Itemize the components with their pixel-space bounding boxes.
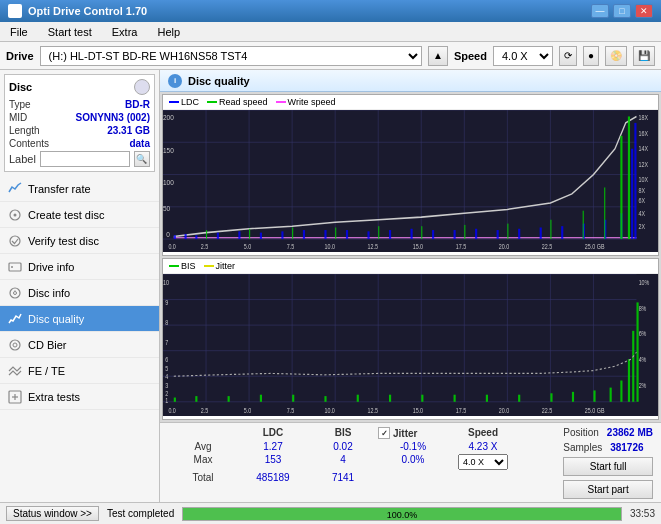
- start-part-button[interactable]: Start part: [563, 480, 653, 499]
- svg-rect-111: [228, 396, 230, 402]
- disc-contents-label: Contents: [9, 138, 49, 149]
- stats-header-row: LDC BIS ✓ Jitter Speed: [168, 427, 551, 439]
- svg-rect-115: [357, 395, 359, 402]
- sidebar-item-cd-bier[interactable]: CD Bier: [0, 332, 159, 358]
- svg-text:16X: 16X: [639, 130, 649, 137]
- sidebar-item-verify-test-disc[interactable]: Verify test disc: [0, 228, 159, 254]
- create-test-disc-icon: [8, 208, 22, 222]
- stats-right: Position 23862 MB Samples 381726 Start f…: [563, 427, 653, 499]
- stats-max-label: Max: [168, 454, 238, 470]
- disc-contents-value: data: [129, 138, 150, 149]
- chart-top: LDC Read speed Write speed: [162, 94, 659, 256]
- sidebar-item-disc-info[interactable]: Disc info: [0, 280, 159, 306]
- nav-label-fe-te: FE / TE: [28, 365, 65, 377]
- disc-contents-row: Contents data: [9, 138, 150, 149]
- drive-save-btn[interactable]: 💾: [633, 46, 655, 66]
- status-window-button[interactable]: Status window >>: [6, 506, 99, 521]
- menu-extra[interactable]: Extra: [106, 25, 144, 39]
- legend-bis-label: BIS: [181, 261, 196, 271]
- sidebar-item-drive-info[interactable]: Drive info: [0, 254, 159, 280]
- drive-action-btn1[interactable]: ⟳: [559, 46, 577, 66]
- svg-text:150: 150: [163, 146, 174, 155]
- speed-select[interactable]: 4.0 X: [493, 46, 553, 66]
- svg-rect-118: [454, 395, 456, 402]
- svg-text:6X: 6X: [639, 198, 646, 205]
- menu-help[interactable]: Help: [151, 25, 186, 39]
- legend-jitter-label: Jitter: [216, 261, 236, 271]
- svg-rect-112: [260, 395, 262, 402]
- svg-point-1: [14, 213, 17, 216]
- svg-rect-36: [303, 230, 305, 239]
- cd-bier-icon: [8, 338, 22, 352]
- svg-text:5.0: 5.0: [244, 244, 252, 251]
- disc-label-input[interactable]: [40, 151, 130, 167]
- svg-point-8: [10, 340, 20, 350]
- start-full-button[interactable]: Start full: [563, 457, 653, 476]
- svg-point-6: [14, 291, 17, 294]
- svg-rect-56: [292, 227, 293, 239]
- svg-rect-40: [389, 230, 391, 239]
- svg-text:7: 7: [165, 338, 168, 346]
- jitter-label: Jitter: [393, 428, 417, 439]
- drive-action-btn3[interactable]: 📀: [605, 46, 627, 66]
- svg-text:4: 4: [165, 372, 168, 380]
- nav-label-extra-tests: Extra tests: [28, 391, 80, 403]
- stats-max-jitter: 0.0%: [378, 454, 448, 470]
- legend-write-speed-label: Write speed: [288, 97, 336, 107]
- svg-point-2: [10, 236, 20, 246]
- svg-rect-37: [324, 230, 326, 239]
- legend-ldc-label: LDC: [181, 97, 199, 107]
- menu-start-test[interactable]: Start test: [42, 25, 98, 39]
- svg-text:20.0: 20.0: [499, 406, 510, 414]
- svg-text:20.0: 20.0: [499, 244, 510, 251]
- drive-select[interactable]: (H:) HL-DT-ST BD-RE WH16NS58 TST4: [40, 46, 423, 66]
- minimize-button[interactable]: —: [591, 4, 609, 18]
- svg-text:15.0: 15.0: [413, 244, 424, 251]
- svg-rect-66: [628, 116, 630, 239]
- progress-bar-container: 100.0%: [182, 507, 622, 521]
- verify-test-disc-icon: [8, 234, 22, 248]
- stats-speed-value: 4.23 X: [448, 441, 518, 452]
- transfer-rate-icon: [8, 182, 22, 196]
- svg-rect-117: [421, 395, 423, 402]
- progress-text: 100.0%: [183, 508, 621, 522]
- menu-file[interactable]: File: [4, 25, 34, 39]
- close-button[interactable]: ✕: [635, 4, 653, 18]
- nav-label-disc-quality: Disc quality: [28, 313, 84, 325]
- charts-container: LDC Read speed Write speed: [160, 92, 661, 422]
- disc-label-search-button[interactable]: 🔍: [134, 151, 150, 167]
- stats-total-jitter-empty: [378, 472, 448, 483]
- svg-text:12.5: 12.5: [367, 244, 378, 251]
- svg-text:8: 8: [165, 318, 168, 326]
- svg-text:2.5: 2.5: [201, 406, 209, 414]
- svg-text:100: 100: [163, 178, 174, 187]
- svg-rect-119: [486, 395, 488, 402]
- maximize-button[interactable]: □: [613, 4, 631, 18]
- svg-text:15.0: 15.0: [413, 406, 424, 414]
- title-bar-controls: — □ ✕: [591, 4, 653, 18]
- svg-rect-44: [475, 229, 477, 239]
- svg-rect-126: [628, 359, 630, 402]
- sidebar-item-extra-tests[interactable]: Extra tests: [0, 384, 159, 410]
- disc-label-row: Label 🔍: [9, 151, 150, 167]
- legend-read-speed: Read speed: [207, 97, 268, 107]
- drive-action-btn2[interactable]: ●: [583, 46, 599, 66]
- eject-button[interactable]: ▲: [428, 46, 448, 66]
- stats-col-speed: Speed: [448, 427, 518, 439]
- jitter-checkbox[interactable]: ✓: [378, 427, 390, 439]
- disc-panel-title: Disc: [9, 81, 32, 93]
- svg-rect-48: [561, 226, 563, 239]
- svg-rect-123: [593, 390, 595, 401]
- disc-type-value: BD-R: [125, 99, 150, 110]
- disc-mid-row: MID SONYNN3 (002): [9, 112, 150, 123]
- svg-rect-121: [550, 393, 552, 402]
- sidebar-item-disc-quality[interactable]: Disc quality: [0, 306, 159, 332]
- sidebar-item-transfer-rate[interactable]: Transfer rate: [0, 176, 159, 202]
- sidebar-item-fe-te[interactable]: FE / TE: [0, 358, 159, 384]
- sidebar-item-create-test-disc[interactable]: Create test disc: [0, 202, 159, 228]
- svg-rect-3: [9, 263, 21, 271]
- stats-speed-select[interactable]: 4.0 X: [458, 454, 508, 470]
- drive-label: Drive: [6, 50, 34, 62]
- samples-value: 381726: [610, 442, 643, 453]
- svg-text:2.5: 2.5: [201, 244, 209, 251]
